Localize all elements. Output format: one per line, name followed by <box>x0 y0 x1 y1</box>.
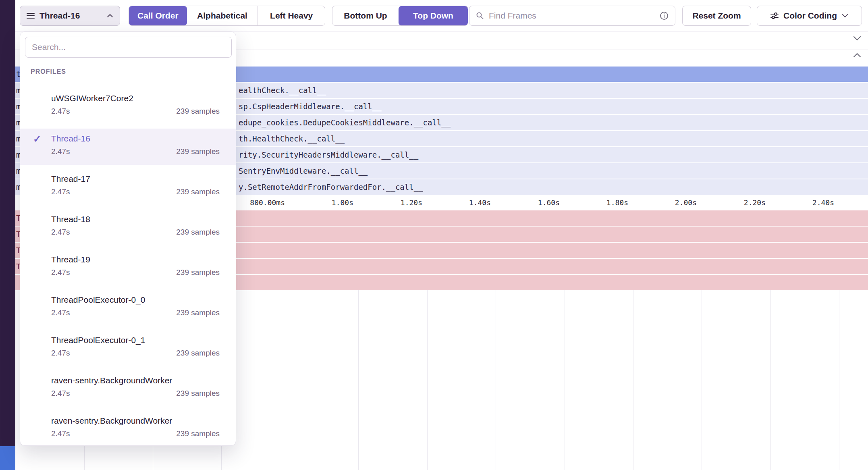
profile-duration: 2.47s <box>51 268 70 277</box>
profile-item-threadpoolexecutor-0-0[interactable]: ThreadPoolExecutor-0_0 2.47s 239 samples <box>20 290 236 326</box>
profile-duration: 2.47s <box>51 349 70 358</box>
time-tick: 1.60s <box>495 195 560 210</box>
sort-left-heavy-label: Left Heavy <box>270 11 313 21</box>
frame-label: sp.CspHeaderMiddleware.__call__ <box>239 99 382 114</box>
profile-duration: 2.47s <box>51 147 70 156</box>
find-frames-input[interactable] <box>488 10 656 21</box>
profiles-list-icon <box>27 12 35 19</box>
profile-name: ThreadPoolExecutor-0_0 <box>51 295 220 305</box>
profiling-flamechart-page: t m ealthCheck.__call__ m sp.CspHeaderMi… <box>0 0 868 470</box>
time-tick: 1.80s <box>564 195 628 210</box>
profile-item-raven-sentry-backgroundworker-1[interactable]: raven-sentry.BackgroundWorker 2.47s 239 … <box>20 370 236 407</box>
gridline <box>702 290 702 470</box>
profile-name: raven-sentry.BackgroundWorker <box>51 416 220 426</box>
gridline <box>427 290 428 470</box>
profile-item-thread-17[interactable]: Thread-17 2.47s 239 samples <box>20 169 236 205</box>
frame-label: y.SetRemoteAddrFromForwardedFor.__call__ <box>239 179 423 195</box>
time-tick: 1.00s <box>289 195 353 210</box>
profile-samples: 239 samples <box>176 349 220 358</box>
profile-duration: 2.47s <box>51 308 70 317</box>
frame-label: th.HealthCheck.__call__ <box>239 131 345 146</box>
gridline <box>290 290 290 470</box>
profiles-search-input[interactable] <box>25 37 232 58</box>
profile-name: Thread-16 <box>51 133 220 144</box>
frame-label: rity.SecurityHeadersMiddleware.__call__ <box>239 147 418 162</box>
profiles-dropdown-panel: PROFILES uWSGIWorker7Core2 2.47s 239 sam… <box>20 31 236 446</box>
time-tick: 2.00s <box>632 195 697 210</box>
color-coding-label: Color Coding <box>783 11 837 21</box>
profile-duration: 2.47s <box>51 107 70 116</box>
profile-samples: 239 samples <box>176 308 220 317</box>
profile-item-uwsgiworker7core2[interactable]: uWSGIWorker7Core2 2.47s 239 samples <box>20 88 236 125</box>
profile-samples: 239 samples <box>176 268 220 277</box>
sort-left-heavy-button[interactable]: Left Heavy <box>258 6 325 25</box>
profile-name: ThreadPoolExecutor-0_1 <box>51 335 220 345</box>
time-tick: 1.20s <box>358 195 422 210</box>
find-frames-search <box>469 6 675 26</box>
color-coding-button[interactable]: Color Coding <box>757 6 862 26</box>
chevron-down-icon[interactable] <box>853 35 862 41</box>
profile-duration: 2.47s <box>51 429 70 438</box>
sliders-icon <box>770 12 779 19</box>
app-sidebar <box>0 0 15 470</box>
profile-samples: 239 samples <box>176 147 220 156</box>
frame-label: SentryEnvMiddleware.__call__ <box>239 163 368 179</box>
bottom-up-label: Bottom Up <box>344 11 387 21</box>
checkmark-icon: ✓ <box>33 133 41 145</box>
profile-name: Thread-18 <box>51 214 220 225</box>
profile-name: Thread-19 <box>51 254 220 265</box>
profile-item-thread-18[interactable]: Thread-18 2.47s 239 samples <box>20 209 236 245</box>
profile-name: Thread-17 <box>51 174 220 184</box>
profile-samples: 239 samples <box>176 107 220 116</box>
search-icon <box>476 12 484 20</box>
thread-selector-button[interactable]: Thread-16 <box>20 6 120 26</box>
reset-zoom-button[interactable]: Reset Zoom <box>682 6 751 26</box>
toolbar: Thread-16 Call Order Alphabetical Left H… <box>0 0 868 32</box>
profile-item-thread-16[interactable]: ✓ Thread-16 2.47s 239 samples <box>20 129 236 165</box>
profile-samples: 239 samples <box>176 389 220 398</box>
profile-samples: 239 samples <box>176 187 220 196</box>
sort-alphabetical-label: Alphabetical <box>197 11 247 21</box>
gridline <box>496 290 496 470</box>
top-down-button[interactable]: Top Down <box>399 6 468 25</box>
sort-alphabetical-button[interactable]: Alphabetical <box>187 6 258 25</box>
profile-item-threadpoolexecutor-0-1[interactable]: ThreadPoolExecutor-0_1 2.47s 239 samples <box>20 330 236 366</box>
gridline <box>839 290 839 470</box>
profile-duration: 2.47s <box>51 389 70 398</box>
sort-call-order-button[interactable]: Call Order <box>129 6 187 25</box>
gridline <box>565 290 565 470</box>
profile-item-thread-19[interactable]: Thread-19 2.47s 239 samples <box>20 250 236 286</box>
info-icon[interactable] <box>660 11 669 20</box>
profiles-list: uWSGIWorker7Core2 2.47s 239 samples ✓ Th… <box>20 88 236 446</box>
profile-name: raven-sentry.BackgroundWorker <box>51 375 220 386</box>
sidebar-bottom-item[interactable] <box>0 446 15 470</box>
chevron-up-icon[interactable] <box>853 52 862 58</box>
time-tick: 2.20s <box>701 195 766 210</box>
frame-label: edupe_cookies.DedupeCookiesMiddleware.__… <box>239 115 451 130</box>
time-tick: 2.40s <box>770 195 834 210</box>
time-tick: 1.40s <box>426 195 491 210</box>
gridline <box>770 290 771 470</box>
top-down-label: Top Down <box>413 11 453 21</box>
profile-name: uWSGIWorker7Core2 <box>51 93 220 104</box>
chevron-up-icon <box>107 14 113 18</box>
thread-selector-label: Thread-16 <box>39 11 102 21</box>
profile-duration: 2.47s <box>51 187 70 196</box>
reset-zoom-label: Reset Zoom <box>692 11 741 21</box>
profile-duration: 2.47s <box>51 228 70 237</box>
direction-segmented-control: Bottom Up Top Down <box>332 6 468 26</box>
gridline <box>358 290 359 470</box>
profiles-section-label: PROFILES <box>31 68 66 75</box>
profile-samples: 239 samples <box>176 429 220 438</box>
frame-label: ealthCheck.__call__ <box>239 83 326 98</box>
gridline <box>633 290 633 470</box>
bottom-up-button[interactable]: Bottom Up <box>332 6 399 25</box>
profile-samples: 239 samples <box>176 228 220 237</box>
profile-item-raven-sentry-backgroundworker-2[interactable]: raven-sentry.BackgroundWorker 2.47s 239 … <box>20 411 236 446</box>
sort-call-order-label: Call Order <box>137 11 179 21</box>
chevron-down-icon <box>842 14 848 18</box>
sort-mode-segmented-control: Call Order Alphabetical Left Heavy <box>129 6 325 26</box>
